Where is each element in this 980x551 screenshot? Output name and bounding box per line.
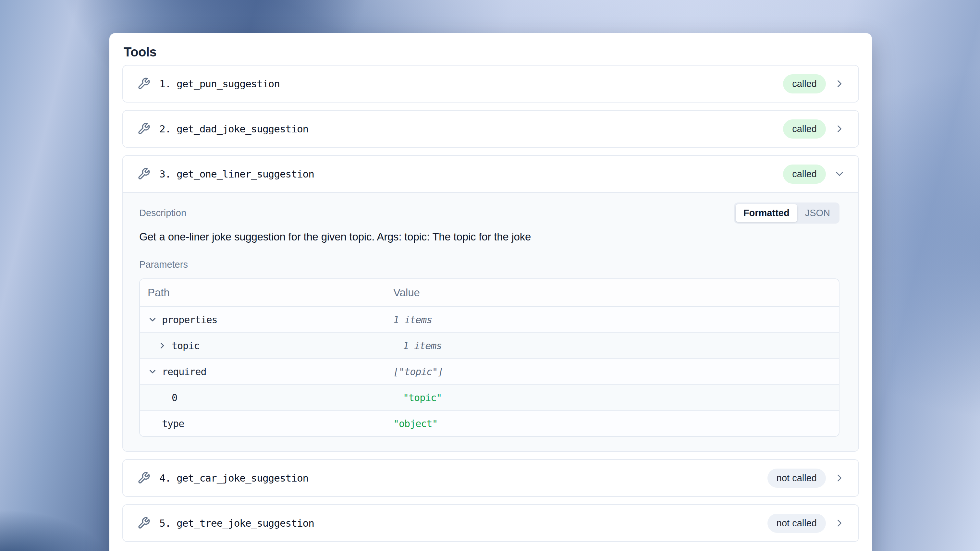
tool-row-header[interactable]: 3. get_one_liner_suggestion called	[123, 156, 858, 192]
param-key: topic	[172, 340, 199, 352]
param-value: ["topic"]	[393, 366, 831, 377]
param-value: 1 items	[403, 340, 831, 352]
tool-row-get-dad-joke-suggestion[interactable]: 2. get_dad_joke_suggestion called	[123, 110, 859, 148]
table-row-properties[interactable]: properties 1 items	[140, 307, 839, 332]
chevron-right-icon[interactable]	[158, 341, 167, 350]
tool-name: 2. get_dad_joke_suggestion	[159, 123, 308, 135]
table-row-type: type "object"	[140, 410, 839, 436]
status-badge: not called	[767, 468, 826, 488]
panel-title: Tools	[124, 44, 859, 60]
tool-name: 1. get_pun_suggestion	[159, 78, 280, 89]
wrench-icon	[137, 517, 150, 530]
chevron-right-icon[interactable]	[834, 123, 845, 135]
status-badge: called	[783, 119, 826, 139]
tool-description: Get a one-liner joke suggestion for the …	[139, 231, 840, 243]
wrench-icon	[137, 122, 150, 135]
tools-panel: Tools 1. get_pun_suggestion called 2. ge…	[109, 33, 872, 551]
param-key: required	[162, 366, 206, 377]
param-key: properties	[162, 314, 217, 325]
table-row-topic[interactable]: topic 1 items	[140, 332, 839, 358]
table-row-required-0: 0 "topic"	[140, 384, 839, 410]
param-key: type	[162, 418, 184, 429]
param-value: 1 items	[393, 314, 831, 325]
view-mode-toggle[interactable]: Formatted JSON	[734, 202, 840, 224]
column-header-value: Value	[393, 287, 831, 299]
chevron-down-icon[interactable]	[834, 168, 845, 180]
description-label: Description	[139, 208, 186, 218]
tool-row-get-one-liner-suggestion[interactable]: 3. get_one_liner_suggestion called Descr…	[123, 155, 859, 452]
wrench-icon	[137, 471, 150, 484]
param-value: "object"	[393, 418, 831, 429]
tool-row-get-pun-suggestion[interactable]: 1. get_pun_suggestion called	[123, 65, 859, 102]
tool-row-get-tree-joke-suggestion[interactable]: 5. get_tree_joke_suggestion not called	[123, 504, 859, 542]
chevron-right-icon[interactable]	[834, 472, 845, 484]
chevron-right-icon[interactable]	[834, 78, 845, 89]
status-badge: called	[783, 164, 826, 184]
tool-name: 3. get_one_liner_suggestion	[159, 168, 314, 180]
tool-row-header[interactable]: 1. get_pun_suggestion called	[123, 65, 858, 102]
wrench-icon	[137, 77, 150, 90]
param-value: "topic"	[403, 392, 831, 403]
table-row-required[interactable]: required ["topic"]	[140, 358, 839, 384]
toggle-formatted[interactable]: Formatted	[736, 204, 797, 222]
tool-name: 4. get_car_joke_suggestion	[159, 472, 308, 484]
parameters-table-header: Path Value	[140, 279, 839, 307]
tool-row-get-car-joke-suggestion[interactable]: 4. get_car_joke_suggestion not called	[123, 459, 859, 497]
tool-row-header[interactable]: 2. get_dad_joke_suggestion called	[123, 111, 858, 147]
parameters-table: Path Value properties 1 items topic 1	[139, 279, 840, 437]
status-badge: called	[783, 74, 826, 94]
parameters-label: Parameters	[139, 259, 840, 270]
toggle-json[interactable]: JSON	[797, 204, 838, 222]
column-header-path: Path	[148, 287, 393, 299]
desktop-background: { "header": { "title": "Tools" }, "color…	[0, 0, 980, 551]
tool-row-header[interactable]: 5. get_tree_joke_suggestion not called	[123, 505, 858, 541]
tool-details-panel: Description Formatted JSON Get a one-lin…	[123, 192, 858, 451]
tool-name: 5. get_tree_joke_suggestion	[159, 517, 314, 529]
tool-row-header[interactable]: 4. get_car_joke_suggestion not called	[123, 460, 858, 496]
wrench-icon	[137, 167, 150, 180]
chevron-down-icon[interactable]	[148, 367, 158, 376]
chevron-right-icon[interactable]	[834, 517, 845, 529]
chevron-down-icon[interactable]	[148, 315, 158, 325]
status-badge: not called	[767, 514, 826, 533]
param-key: 0	[172, 392, 177, 403]
